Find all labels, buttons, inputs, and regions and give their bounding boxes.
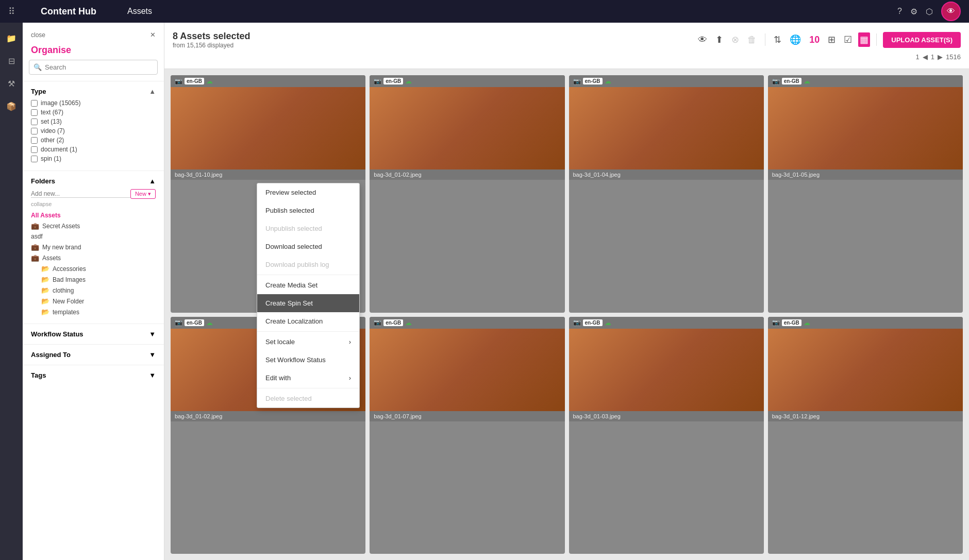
menu-set-locale[interactable]: Set locale › xyxy=(257,333,359,351)
asset-img-7 xyxy=(768,329,963,411)
asset-footer-0: bag-3d_01-10.jpeg xyxy=(171,169,365,180)
card-header-5: 📷 en-GB ☁ xyxy=(370,317,564,329)
menu-edit-with[interactable]: Edit with › xyxy=(257,369,359,387)
close-x-icon[interactable]: ✕ xyxy=(150,31,156,39)
check-icon[interactable]: ☑ xyxy=(842,32,854,47)
active-view-icon[interactable]: ▦ xyxy=(858,32,870,47)
page-navigation: 1 ◀ 1 ▶ 1516 xyxy=(173,53,961,61)
menu-publish-selected[interactable]: Publish selected xyxy=(257,201,359,219)
delete-selected-label: Delete selected xyxy=(265,395,312,402)
folder-accessories[interactable]: 📂 Accessories xyxy=(31,263,156,274)
menu-download-selected[interactable]: Download selected xyxy=(257,237,359,256)
separator-2 xyxy=(876,33,877,46)
asset-img-5 xyxy=(370,329,564,411)
cloud-icon-0: ☁ xyxy=(206,77,213,85)
assigned-header[interactable]: Assigned To ▼ xyxy=(31,351,156,359)
delete-icon[interactable]: 🗑 xyxy=(745,32,759,47)
folder-add-input[interactable] xyxy=(31,190,130,198)
folder-all-assets[interactable]: All Assets xyxy=(31,210,156,220)
sort-icon[interactable]: ⇅ xyxy=(772,32,783,47)
folder-icon-accessories: 📂 xyxy=(41,265,49,273)
tags-arrow-icon: ▼ xyxy=(149,371,156,379)
folder-templates[interactable]: 📂 templates xyxy=(31,307,156,317)
folders-arrow-icon[interactable]: ▲ xyxy=(149,177,156,185)
folder-clothing[interactable]: 📂 clothing xyxy=(31,285,156,296)
camera-icon-2: 📷 xyxy=(573,78,581,85)
new-folder-button[interactable]: New ▾ xyxy=(130,189,156,199)
unpublish-cloud-icon[interactable]: ⊗ xyxy=(729,32,741,47)
unpublish-selected-label: Unpublish selected xyxy=(265,225,322,232)
asset-card-5[interactable]: 📷 en-GB ☁ bag-3d_01-07.jpeg xyxy=(370,317,564,554)
cloud-icon-3: ☁ xyxy=(804,77,810,85)
camera-icon-0: 📷 xyxy=(175,78,182,85)
type-document: document (1) xyxy=(31,146,156,153)
type-spin-checkbox[interactable] xyxy=(31,156,38,162)
asset-card-2[interactable]: 📷 en-GB ☁ bag-3d_01-04.jpeg xyxy=(569,75,764,313)
count-badge: 10 xyxy=(807,32,822,47)
eye-icon[interactable]: 👁 xyxy=(696,32,709,47)
lang-badge-3: en-GB xyxy=(782,78,801,84)
asset-card-4[interactable]: 📷 en-GB ☁ bag-3d_01-02.jpeg xyxy=(370,75,564,313)
type-image-checkbox[interactable] xyxy=(31,100,38,107)
folder-new-folder[interactable]: 📂 New Folder xyxy=(31,296,156,307)
menu-set-workflow-status[interactable]: Set Workflow Status xyxy=(257,351,359,369)
cloud-icon-7: ☁ xyxy=(804,319,810,327)
filter-header: close ✕ xyxy=(23,23,164,43)
sidebar-tools-icon[interactable]: ⚒ xyxy=(2,74,21,93)
workflow-header[interactable]: Workflow Status ▼ xyxy=(31,330,156,338)
asset-footer-5: bag-3d_01-07.jpeg xyxy=(370,411,564,421)
camera-icon-3: 📷 xyxy=(772,78,780,85)
folder-bad-images[interactable]: 📂 Bad Images xyxy=(31,274,156,285)
set-workflow-status-label: Set Workflow Status xyxy=(265,356,326,364)
grid-view-icon[interactable]: ⊞ xyxy=(826,32,838,47)
asset-card-7[interactable]: 📷 en-GB ☁ bag-3d_01-12.jpeg xyxy=(768,317,963,554)
sidebar-box-icon[interactable]: 📦 xyxy=(2,97,21,115)
my-new-brand-label: My new brand xyxy=(42,244,81,251)
assigned-arrow-icon: ▼ xyxy=(149,351,156,359)
menu-create-spin-set[interactable]: Create Spin Set xyxy=(257,294,359,312)
edit-with-label: Edit with xyxy=(265,374,291,382)
type-section-header[interactable]: Type ▲ xyxy=(31,88,156,95)
sidebar-files-icon[interactable]: 📁 xyxy=(2,29,21,47)
type-document-checkbox[interactable] xyxy=(31,146,38,153)
workflow-section: Workflow Status ▼ xyxy=(23,324,164,344)
folder-assets[interactable]: 💼 Assets xyxy=(31,252,156,263)
type-text-checkbox[interactable] xyxy=(31,109,38,116)
asdf-label: asdf xyxy=(31,233,43,240)
type-video-checkbox[interactable] xyxy=(31,128,38,134)
logout-icon[interactable]: ⬡ xyxy=(926,7,933,16)
search-input[interactable] xyxy=(45,63,153,71)
set-locale-arrow-icon: › xyxy=(349,338,351,346)
menu-create-media-set[interactable]: Create Media Set xyxy=(257,276,359,294)
collapse-link[interactable]: collapse xyxy=(31,201,156,207)
folders-section: Folders ▲ New ▾ collapse All Assets 💼 Se… xyxy=(23,171,164,324)
folder-my-new-brand[interactable]: 💼 My new brand xyxy=(31,242,156,252)
assigned-label: Assigned To xyxy=(31,351,71,359)
sidebar-filter-icon[interactable]: ⊟ xyxy=(2,52,21,70)
language-icon[interactable]: 🌐 xyxy=(788,32,803,47)
type-set-checkbox[interactable] xyxy=(31,118,38,125)
type-set-label: set (13) xyxy=(41,118,62,125)
new-folder-label-item: New Folder xyxy=(53,298,84,305)
upload-button[interactable]: UPLOAD ASSET(S) xyxy=(883,32,961,48)
folder-secret-assets[interactable]: 💼 Secret Assets xyxy=(31,220,156,231)
close-label[interactable]: close xyxy=(31,31,45,39)
upload-cloud-icon[interactable]: ⬆ xyxy=(713,32,725,47)
menu-create-localization[interactable]: Create Localization xyxy=(257,312,359,330)
help-icon[interactable]: ? xyxy=(897,7,902,16)
asset-card-6[interactable]: 📷 en-GB ☁ bag-3d_01-03.jpeg xyxy=(569,317,764,554)
nav-menu-icon[interactable]: ⠿ xyxy=(8,6,15,17)
type-label: Type xyxy=(31,88,46,95)
camera-icon-5: 📷 xyxy=(374,319,381,326)
type-other-checkbox[interactable] xyxy=(31,137,38,144)
folder-asdf[interactable]: asdf xyxy=(31,231,156,242)
page-next-icon[interactable]: ▶ xyxy=(938,53,943,61)
tags-header[interactable]: Tags ▼ xyxy=(31,371,156,379)
settings-icon[interactable]: ⚙ xyxy=(910,7,917,16)
asset-card-3[interactable]: 📷 en-GB ☁ bag-3d_01-05.jpeg xyxy=(768,75,963,313)
asset-footer-1: bag-3d_01-02.jpeg xyxy=(171,411,365,421)
menu-preview-selected[interactable]: Preview selected xyxy=(257,183,359,201)
page-prev-icon[interactable]: ◀ xyxy=(923,53,928,61)
avatar[interactable]: 👁 xyxy=(941,2,961,21)
type-image: image (15065) xyxy=(31,99,156,107)
